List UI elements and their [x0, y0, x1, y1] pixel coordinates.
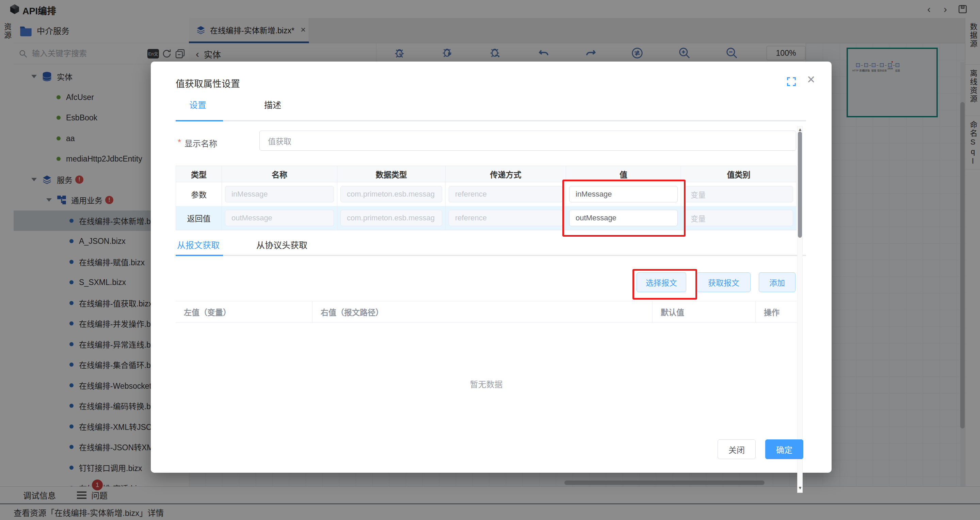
required-mark: * [178, 137, 181, 147]
select-message-button[interactable]: 选择报文 [636, 273, 686, 292]
col-header: 名称 [222, 166, 337, 182]
col-header: 数据类型 [337, 166, 445, 182]
scroll-down-icon[interactable]: ▼ [798, 485, 802, 490]
col-header: 类型 [176, 166, 222, 182]
param-category-input [684, 210, 793, 226]
col-header: 操作 [756, 301, 797, 322]
empty-data-text: 暂无数据 [176, 378, 797, 390]
value-get-settings-dialog: 值获取属性设置 × 设置 描述 * 显示名称 类型 名称 数据类型 传递方式 值… [151, 62, 832, 473]
display-name-input[interactable] [259, 131, 796, 151]
param-transfer-input [449, 186, 563, 202]
get-message-button[interactable]: 获取报文 [697, 273, 751, 292]
add-button[interactable]: 添加 [759, 273, 795, 292]
display-name-label: 显示名称 [185, 137, 217, 149]
param-row-output: 返回值 [176, 206, 796, 230]
param-table: 类型 名称 数据类型 传递方式 值 值类别 参数 返回值 [176, 166, 797, 230]
param-datatype-input [340, 210, 442, 226]
col-header: 左值（变量） [176, 301, 312, 322]
tab-from-message[interactable]: 从报文获取 [177, 238, 220, 250]
param-category-input [684, 186, 793, 202]
tab-from-protocol-header[interactable]: 从协议头获取 [256, 238, 307, 250]
param-transfer-input [449, 210, 563, 226]
param-type: 参数 [176, 182, 222, 206]
col-header: 值 [566, 166, 681, 182]
col-header: 值类别 [681, 166, 796, 182]
param-name-input [225, 186, 334, 202]
tab-track [176, 120, 806, 121]
tab-active-indicator [176, 120, 223, 121]
mapping-table-header: 左值（变量） 右值（报文路径） 默认值 操作 [176, 301, 797, 323]
tab-settings[interactable]: 设置 [189, 98, 206, 111]
scroll-up-icon[interactable]: ▲ [798, 127, 802, 132]
subtab-active-indicator [176, 255, 223, 256]
dialog-scrollbar-thumb[interactable] [798, 132, 802, 238]
param-type: 返回值 [176, 206, 222, 230]
param-table-header: 类型 名称 数据类型 传递方式 值 值类别 [176, 166, 796, 182]
col-header: 传递方式 [445, 166, 566, 182]
param-value-input[interactable] [569, 186, 678, 202]
subtab-track [176, 255, 806, 256]
col-header: 默认值 [652, 301, 756, 322]
param-value-input[interactable] [569, 210, 678, 226]
close-button[interactable]: 关闭 [718, 439, 756, 459]
dialog-title: 值获取属性设置 [176, 76, 240, 90]
close-icon[interactable]: × [807, 72, 815, 87]
param-row-input: 参数 [176, 182, 796, 206]
confirm-button[interactable]: 确定 [765, 439, 803, 459]
col-header: 右值（报文路径） [312, 301, 652, 322]
param-name-input [225, 210, 334, 226]
tab-description[interactable]: 描述 [264, 98, 281, 111]
param-datatype-input [340, 186, 442, 202]
app-root: API编排 ‹ › 资源 中介服务 En文 [0, 0, 980, 520]
fullscreen-icon[interactable] [786, 76, 797, 87]
